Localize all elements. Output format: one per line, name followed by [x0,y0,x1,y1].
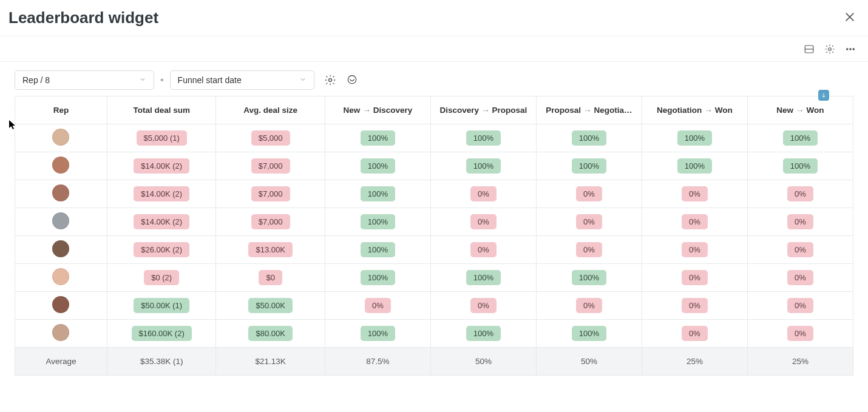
data-cell: 100% [325,236,430,264]
avatar[interactable] [52,184,69,201]
value-badge: $5,000 [251,130,290,146]
col-header-stage5[interactable]: New→Won [747,96,853,124]
date-select[interactable]: Funnel start date [170,70,314,90]
avatar[interactable] [52,240,69,257]
data-cell: 100% [325,208,430,236]
data-cell: $14.00K (2) [107,180,216,208]
avatar[interactable] [52,296,69,313]
layout-button[interactable] [804,44,815,55]
rep-cell[interactable] [15,292,107,320]
value-badge: 100% [361,186,395,201]
value-badge: 0% [787,298,813,313]
data-cell: 0% [747,236,853,264]
data-cell: $50.00K (1) [107,292,216,320]
col-header-stage4[interactable]: Negotiation→Won [642,96,747,124]
data-cell: $80.00K [216,320,325,348]
value-badge: $13.00K [248,242,292,257]
table-row: $160.00K (2)$80.00K100%100%100%0%0% [15,320,853,348]
value-badge: 0% [787,270,813,285]
footer-s4: 25% [642,348,747,376]
value-badge: $7,000 [251,186,290,201]
col-header-stage3[interactable]: Proposal→Negotia… [536,96,642,124]
data-cell: 0% [642,264,747,292]
table-row: $0 (2)$0100%100%100%0%0% [15,264,853,292]
table-footer-row: Average $35.38K (1) $21.13K 87.5% 50% 50… [15,348,853,376]
avatar[interactable] [52,324,69,341]
data-cell: 0% [747,208,853,236]
value-badge: 0% [682,326,708,341]
leaderboard-table: Rep Total deal sum Avg. deal size New→Di… [15,96,853,376]
svg-point-6 [348,76,356,84]
value-badge: $0 (2) [144,270,179,285]
value-badge: $80.00K [248,326,292,341]
value-badge: $50.00K (1) [134,298,189,313]
data-cell: 0% [642,320,747,348]
data-cell: 100% [430,320,536,348]
col-header-stage2[interactable]: Discovery→Proposal [430,96,536,124]
rep-cell[interactable] [15,320,107,348]
page-title: Leaderboard widget [8,8,158,27]
footer-s5: 25% [747,348,853,376]
svg-point-5 [328,79,331,82]
col-header-stage1[interactable]: New→Discovery [325,96,430,124]
value-badge: 0% [682,298,708,313]
data-cell: 0% [430,236,536,264]
data-cell: $50.00K [216,292,325,320]
data-cell: $5,000 (1) [107,124,216,152]
arrow-down-icon [821,92,827,98]
data-cell: 100% [325,124,430,152]
rep-cell[interactable] [15,180,107,208]
value-badge: $14.00K (2) [134,186,189,201]
value-badge: 100% [466,326,501,341]
date-select-label: Funnel start date [178,75,242,85]
value-badge: 100% [361,326,395,341]
comment-button[interactable] [346,74,358,86]
avatar[interactable] [52,268,69,285]
value-badge: 0% [787,326,813,341]
more-button[interactable] [845,44,856,55]
data-cell: 0% [430,208,536,236]
data-cell: 0% [642,292,747,320]
rep-cell[interactable] [15,236,107,264]
rep-cell[interactable] [15,152,107,180]
col-header-rep[interactable]: Rep [15,96,107,124]
value-badge: 100% [572,270,606,285]
rep-cell[interactable] [15,264,107,292]
col-header-avg[interactable]: Avg. deal size [216,96,325,124]
value-badge: 100% [361,242,395,257]
data-cell: 100% [430,152,536,180]
data-cell: 0% [430,292,536,320]
data-cell: $13.00K [216,236,325,264]
value-badge: 100% [572,158,606,174]
avatar[interactable] [52,157,69,174]
rep-cell[interactable] [15,124,107,152]
avatar[interactable] [52,212,69,229]
value-badge: $50.00K [248,298,292,313]
data-cell: $26.00K (2) [107,236,216,264]
data-cell: 100% [747,152,853,180]
col-header-total[interactable]: Total deal sum [107,96,216,124]
value-badge: 0% [365,298,391,313]
value-badge: 100% [572,130,606,146]
data-cell: 100% [325,152,430,180]
gear-icon [324,74,336,86]
data-cell: 100% [747,124,853,152]
table-row: $26.00K (2)$13.00K100%0%0%0%0% [15,236,853,264]
settings-button[interactable] [824,44,835,55]
value-badge: 0% [682,186,708,201]
footer-s1: 87.5% [325,348,430,376]
rep-select[interactable]: Rep / 8 [15,70,154,90]
table-row: $14.00K (2)$7,000100%0%0%0%0% [15,180,853,208]
data-cell: 0% [325,292,430,320]
data-cell: 0% [536,180,642,208]
value-badge: $7,000 [251,158,290,174]
data-cell: 100% [642,124,747,152]
configure-button[interactable] [324,74,336,86]
avatar[interactable] [52,129,69,146]
data-cell: 100% [430,264,536,292]
close-button[interactable] [844,11,856,25]
rep-cell[interactable] [15,208,107,236]
sort-indicator[interactable] [818,90,829,101]
data-cell: 0% [536,236,642,264]
value-badge: 0% [682,270,708,285]
